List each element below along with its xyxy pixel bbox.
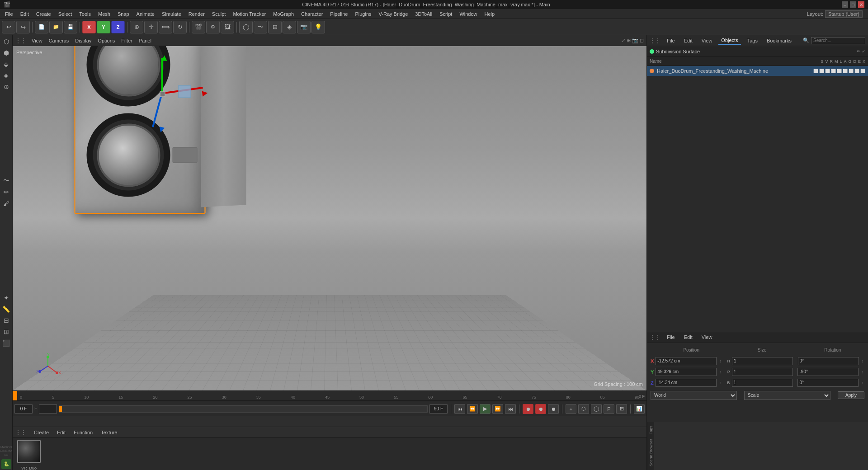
left-icon-ruler[interactable]: 📏 <box>1 304 12 315</box>
end-frame-input[interactable] <box>429 404 448 414</box>
vp-frame-icon[interactable]: ⊞ <box>627 38 631 43</box>
menu-help[interactable]: Help <box>481 10 498 18</box>
pos-y-input[interactable] <box>656 368 717 376</box>
object-row-main[interactable]: Haier_DuoDrum_Freestanding_Washing_Machi… <box>647 66 868 76</box>
left-icon-1[interactable]: ⬡ <box>1 36 12 47</box>
menu-snap[interactable]: Snap <box>114 10 132 18</box>
keyframe-add-button[interactable]: + <box>566 404 576 414</box>
menu-tools[interactable]: Tools <box>76 10 94 18</box>
left-icon-scene[interactable]: ⊞ <box>1 326 12 337</box>
render-settings-button[interactable]: ⚙ <box>206 21 220 33</box>
menu-file[interactable]: File <box>2 10 16 18</box>
axis-x-button[interactable]: X <box>82 21 96 33</box>
vp-cameras-menu[interactable]: Cameras <box>46 37 72 44</box>
go-end-button[interactable]: ⏭ <box>505 404 516 414</box>
menu-create[interactable]: Create <box>33 10 54 18</box>
menu-script[interactable]: Script <box>436 10 455 18</box>
menu-window[interactable]: Window <box>456 10 480 18</box>
playhead[interactable] <box>13 391 17 401</box>
scale-mode-button[interactable]: ⟺ <box>159 21 172 33</box>
deformer-button[interactable]: ◈ <box>283 21 296 33</box>
vp-view-menu[interactable]: View <box>29 37 45 44</box>
left-icon-3[interactable]: ⬙ <box>1 59 12 70</box>
size-y-input[interactable] <box>732 368 793 376</box>
left-icon-5[interactable]: ⊕ <box>1 81 12 92</box>
mat-create-menu[interactable]: Create <box>32 429 51 436</box>
menu-mesh[interactable]: Mesh <box>95 10 113 18</box>
menu-vray-bridge[interactable]: V-Ray Bridge <box>376 10 411 18</box>
side-tab-tags[interactable]: Tags <box>648 424 654 436</box>
left-icon-pen[interactable]: ✏ <box>1 187 12 197</box>
left-icon-4[interactable]: ◈ <box>1 70 12 81</box>
record-auto-button[interactable]: ⏺ <box>548 404 559 414</box>
rot-x-arrow[interactable]: ↕ <box>861 359 865 363</box>
record-button[interactable]: ⏺ <box>523 404 533 414</box>
next-frame-button[interactable]: ⏩ <box>492 404 503 414</box>
select-mode-button[interactable]: ⊕ <box>130 21 143 33</box>
menu-motion-tracker[interactable]: Motion Tracker <box>230 10 269 18</box>
play-button[interactable]: ▶ <box>480 404 491 414</box>
menu-character[interactable]: Character <box>298 10 326 18</box>
material-slot[interactable]: VR_Duo <box>15 438 42 470</box>
rot-y-arrow[interactable]: ↕ <box>860 370 864 374</box>
mat-edit-menu[interactable]: Edit <box>55 429 68 436</box>
render-button[interactable]: 🎬 <box>192 21 205 33</box>
om-view-tab[interactable]: View <box>699 37 715 44</box>
python-button[interactable]: 🐍 <box>1 459 11 469</box>
vp-expand-icon[interactable]: ⤢ <box>621 38 625 43</box>
vp-safe-icon[interactable]: ◻ <box>640 38 644 43</box>
om-edit-tab[interactable]: Edit <box>681 37 695 44</box>
undo-button[interactable]: ↩ <box>2 21 15 33</box>
keyframe-circle-button[interactable]: ◯ <box>591 404 602 414</box>
minimize-button[interactable]: – <box>842 1 848 8</box>
save-button[interactable]: 💾 <box>64 21 77 33</box>
menu-animate[interactable]: Animate <box>133 10 158 18</box>
menu-edit[interactable]: Edit <box>17 10 32 18</box>
subdivision-check-icon[interactable]: ✓ <box>862 49 865 54</box>
prev-frame-button[interactable]: ⏪ <box>467 404 478 414</box>
mat-texture-menu[interactable]: Texture <box>99 429 119 436</box>
size-z-input[interactable] <box>732 379 793 387</box>
search-input[interactable] <box>811 37 865 44</box>
menu-pipeline[interactable]: Pipeline <box>327 10 351 18</box>
left-icon-layers[interactable]: ⊟ <box>1 315 12 326</box>
picture-viewer-button[interactable]: 🖼 <box>221 21 234 33</box>
left-icon-2[interactable]: ⬢ <box>1 47 12 58</box>
keyframe-remove-button[interactable]: ⬡ <box>578 404 589 414</box>
viewport[interactable]: Perspective <box>13 46 646 390</box>
mat-function-menu[interactable]: Function <box>71 429 95 436</box>
left-icon-magnet[interactable]: ✦ <box>1 292 12 303</box>
axis-y-button[interactable]: Y <box>97 21 110 33</box>
attr-view-tab[interactable]: View <box>699 334 715 341</box>
menu-simulate[interactable]: Simulate <box>159 10 184 18</box>
vp-display-menu[interactable]: Display <box>72 37 94 44</box>
vp-panel-menu[interactable]: Panel <box>136 37 154 44</box>
menu-3dtoall[interactable]: 3DToAll <box>412 10 435 18</box>
move-mode-button[interactable]: ✛ <box>144 21 158 33</box>
menu-plugins[interactable]: Plugins <box>352 10 374 18</box>
menu-sculpt[interactable]: Sculpt <box>209 10 229 18</box>
spline-button[interactable]: 〜 <box>254 21 267 33</box>
playback-mode-button[interactable]: P <box>604 404 614 414</box>
subdivision-edit-icon[interactable]: ✏ <box>857 49 860 54</box>
layout-value[interactable]: Startup (User) <box>825 10 863 18</box>
geometry-button[interactable]: ◯ <box>239 21 253 33</box>
pos-x-arrow[interactable]: ↕ <box>718 359 722 363</box>
close-button[interactable]: ✕ <box>858 1 864 8</box>
rot-z-arrow[interactable]: ↕ <box>860 381 864 385</box>
world-mode-dropdown[interactable]: World Object <box>651 391 737 400</box>
apply-button[interactable]: Apply <box>838 391 864 399</box>
record-pos-button[interactable]: ⏺ <box>535 404 546 414</box>
maximize-button[interactable]: □ <box>850 1 856 8</box>
new-button[interactable]: 📄 <box>35 21 48 33</box>
redo-button[interactable]: ↩ <box>16 21 30 33</box>
vp-filter-menu[interactable]: Filter <box>118 37 135 44</box>
pos-z-arrow[interactable]: ↕ <box>718 381 722 385</box>
camera-button[interactable]: 📷 <box>297 21 311 33</box>
attr-edit-tab[interactable]: Edit <box>681 334 695 341</box>
vp-camera-icon[interactable]: 📷 <box>632 38 638 43</box>
grid-button[interactable]: ⊞ <box>616 404 627 414</box>
timeline-track[interactable] <box>59 405 428 413</box>
left-icon-spline[interactable]: 〜 <box>1 175 12 186</box>
menu-render[interactable]: Render <box>185 10 208 18</box>
